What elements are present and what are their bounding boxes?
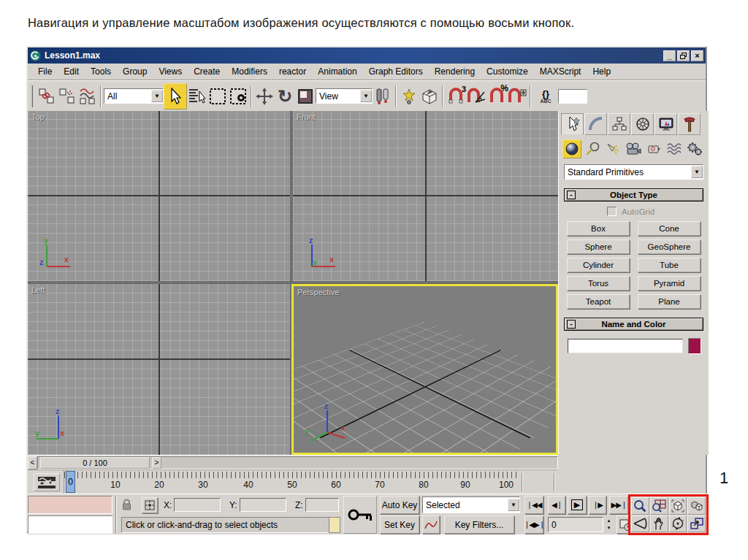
torus-button[interactable]: Torus <box>567 276 630 291</box>
use-pivot-point-center-button[interactable] <box>373 85 393 107</box>
category-systems-button[interactable] <box>685 139 704 158</box>
edit-named-selections-button[interactable]: {} ABC <box>533 85 558 107</box>
key-mode-toggle-button[interactable]: ❘◀▶❘ <box>524 515 543 534</box>
named-selection-input[interactable] <box>558 89 587 104</box>
viewport-top-label[interactable]: Top <box>31 112 45 121</box>
zoom-all-button[interactable] <box>650 497 668 515</box>
viewport-left[interactable]: Left z y x <box>28 284 290 455</box>
keyboard-override-button[interactable] <box>419 85 440 107</box>
spinner-down-icon[interactable]: ▼ <box>605 524 613 532</box>
track-bar[interactable]: 0 10 20 30 40 50 60 70 80 90 100 <box>28 469 558 494</box>
select-and-link-button[interactable] <box>37 85 57 107</box>
z-coordinate-field[interactable] <box>305 498 339 512</box>
close-button[interactable]: × <box>691 50 703 61</box>
maxscript-listener-pink[interactable] <box>28 496 112 514</box>
angle-snap-toggle-button[interactable] <box>466 85 486 107</box>
object-type-rollout-header[interactable]: Object Type - <box>564 188 703 202</box>
tab-utilities[interactable] <box>678 113 701 135</box>
restore-button[interactable] <box>677 50 690 61</box>
splitter[interactable] <box>522 473 523 491</box>
autogrid-checkbox[interactable] <box>607 207 617 216</box>
menu-file[interactable]: File <box>32 64 58 79</box>
window-crossing-toggle-button[interactable] <box>228 85 248 107</box>
tab-create[interactable] <box>561 113 584 135</box>
set-key-button[interactable]: Set Key <box>380 515 419 534</box>
select-and-rotate-button[interactable]: ↻ <box>275 85 295 107</box>
tab-display[interactable] <box>654 113 677 135</box>
tab-motion[interactable] <box>631 113 654 135</box>
toolbar-grip[interactable] <box>31 85 34 107</box>
category-geometry-button[interactable] <box>562 139 581 158</box>
plane-button[interactable]: Plane <box>638 294 701 309</box>
category-space-warps-button[interactable] <box>665 139 684 158</box>
auto-key-button[interactable]: Auto Key <box>380 496 419 514</box>
name-and-color-rollout-header[interactable]: Name and Color - <box>564 318 703 331</box>
cylinder-button[interactable]: Cylinder <box>567 258 630 272</box>
viewport-left-label[interactable]: Left <box>31 285 45 294</box>
cone-button[interactable]: Cone <box>638 221 701 236</box>
zoom-extents-all-button[interactable] <box>687 497 706 515</box>
arc-rotate-button[interactable] <box>669 515 687 533</box>
category-cameras-button[interactable] <box>624 139 643 158</box>
previous-frame-button[interactable]: ◀❘ <box>548 496 565 514</box>
default-in-out-tangent-button[interactable] <box>422 515 440 534</box>
select-and-move-button[interactable] <box>254 85 275 107</box>
current-frame-field[interactable]: 0 <box>548 517 603 532</box>
dropdown-arrow-icon[interactable]: ▼ <box>691 166 703 178</box>
zoom-extents-button[interactable] <box>669 497 687 515</box>
select-object-button[interactable] <box>164 83 187 110</box>
menu-reactor[interactable]: reactor <box>273 64 312 79</box>
absolute-offset-toggle[interactable] <box>142 497 158 513</box>
open-mini-curve-editor-button[interactable] <box>34 473 60 491</box>
field-of-view-button[interactable] <box>631 515 649 533</box>
select-by-name-button[interactable] <box>187 85 207 107</box>
rectangular-selection-region-button[interactable] <box>207 85 228 107</box>
selection-lock-toggle[interactable] <box>121 499 132 513</box>
key-filters-button[interactable]: Key Filters... <box>444 515 514 534</box>
tab-modify[interactable] <box>584 113 607 135</box>
viewport-top[interactable]: Top y x z <box>28 111 290 281</box>
next-frame-button[interactable]: ❘▶ <box>589 496 606 514</box>
splitter[interactable] <box>115 496 117 534</box>
x-coordinate-field[interactable] <box>174 498 221 512</box>
set-keys-button[interactable] <box>343 496 377 534</box>
menu-views[interactable]: Views <box>153 64 188 79</box>
menu-help[interactable]: Help <box>587 64 617 79</box>
tube-button[interactable]: Tube <box>638 258 701 272</box>
y-coordinate-field[interactable] <box>240 498 286 512</box>
category-lights-button[interactable] <box>603 139 622 158</box>
select-and-manipulate-button[interactable] <box>399 85 419 107</box>
selected-keys-dropdown[interactable]: Selected ▼ <box>422 496 520 513</box>
menu-group[interactable]: Group <box>117 64 153 79</box>
time-slider-track[interactable]: 0 / 100 > <box>37 456 558 469</box>
menu-tools[interactable]: Tools <box>85 64 117 79</box>
frame-spinner[interactable]: ▲ ▼ <box>605 517 613 532</box>
viewport-perspective-label[interactable]: Perspective <box>297 288 339 296</box>
menu-create[interactable]: Create <box>188 64 226 79</box>
menu-maxscript[interactable]: MAXScript <box>534 64 587 79</box>
unlink-selection-button[interactable] <box>57 85 77 107</box>
minimize-button[interactable]: _ <box>663 50 676 61</box>
prompt-mode-icon[interactable] <box>329 517 340 533</box>
menu-edit[interactable]: Edit <box>58 64 85 79</box>
bind-to-space-warp-button[interactable] <box>77 85 98 107</box>
category-shapes-button[interactable] <box>583 139 602 158</box>
reference-coordinate-dropdown[interactable]: View ▼ <box>316 88 373 104</box>
viewport-front[interactable]: Front z x y <box>293 111 558 281</box>
splitter[interactable] <box>554 473 555 491</box>
box-button[interactable]: Box <box>567 221 630 236</box>
dropdown-arrow-icon[interactable]: ▼ <box>508 499 519 511</box>
dropdown-arrow-icon[interactable]: ▼ <box>151 90 163 102</box>
play-animation-button[interactable]: ▶ <box>568 496 587 514</box>
pyramid-button[interactable]: Pyramid <box>638 276 701 291</box>
primitives-category-dropdown[interactable]: Standard Primitives ▼ <box>564 164 703 180</box>
next-frame-arrow-button[interactable]: > <box>152 457 161 469</box>
zoom-button[interactable] <box>631 497 649 515</box>
viewport-front-label[interactable]: Front <box>297 112 316 121</box>
prev-frame-arrow-button[interactable]: < <box>28 456 37 469</box>
menu-customize[interactable]: Customize <box>481 64 534 79</box>
time-slider-thumb[interactable]: 0 / 100 <box>40 457 150 469</box>
sphere-button[interactable]: Sphere <box>567 239 630 254</box>
go-to-start-button[interactable]: ❘◀◀ <box>524 496 543 514</box>
tab-hierarchy[interactable] <box>608 113 630 135</box>
